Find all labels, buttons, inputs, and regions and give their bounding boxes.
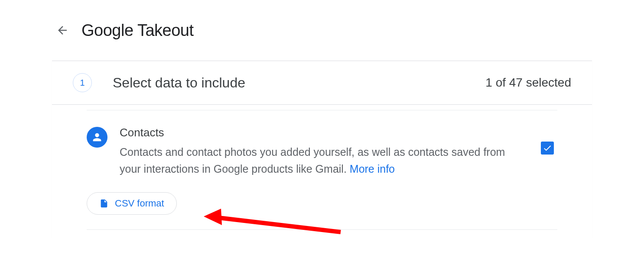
- service-name: Contacts: [120, 126, 511, 139]
- service-text: Contacts Contacts and contact photos you…: [120, 126, 529, 177]
- service-row-contacts: Contacts Contacts and contact photos you…: [87, 126, 557, 177]
- app-header: Google Takeout: [0, 0, 644, 61]
- step-title: Select data to include: [113, 75, 245, 91]
- back-button[interactable]: [52, 20, 73, 41]
- contacts-checkbox[interactable]: [541, 142, 554, 155]
- check-icon: [543, 143, 552, 153]
- contacts-icon: [87, 127, 107, 148]
- step-header-left: 1 Select data to include: [73, 73, 245, 92]
- arrow-left-icon: [56, 24, 69, 37]
- person-icon: [91, 131, 103, 143]
- more-info-link[interactable]: More info: [350, 163, 395, 175]
- format-chip[interactable]: CSV format: [87, 192, 177, 215]
- service-description-text: Contacts and contact photos you added yo…: [120, 146, 505, 175]
- file-icon: [99, 198, 109, 209]
- divider: [87, 110, 557, 110]
- selection-count: 1 of 47 selected: [485, 76, 571, 90]
- service-description: Contacts and contact photos you added yo…: [120, 144, 511, 177]
- format-chip-label: CSV format: [115, 198, 164, 209]
- page-title: Google Takeout: [81, 21, 194, 40]
- step-number-badge: 1: [73, 73, 92, 92]
- divider: [87, 229, 557, 230]
- checkbox-wrap: [541, 142, 554, 155]
- main-panel: 1 Select data to include 1 of 47 selecte…: [52, 61, 592, 239]
- step-header: 1 Select data to include 1 of 47 selecte…: [52, 61, 592, 105]
- content-area: Contacts Contacts and contact photos you…: [52, 105, 592, 239]
